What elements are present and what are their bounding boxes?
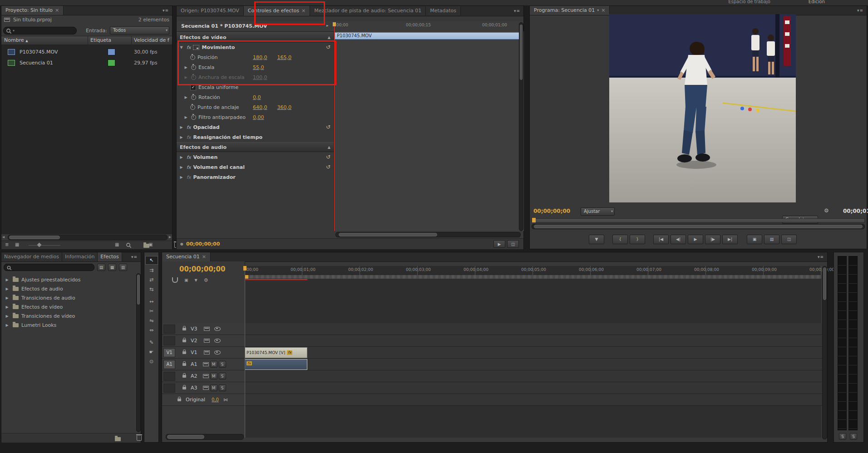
- label-color-swatch[interactable]: [108, 49, 115, 55]
- track-display-style-icon[interactable]: [204, 350, 210, 355]
- stopwatch-icon[interactable]: [191, 115, 196, 120]
- accelerated-effects-filter-icon[interactable]: ▤: [97, 264, 105, 271]
- timeline-playhead-marker[interactable]: [243, 266, 247, 271]
- lock-icon[interactable]: [182, 340, 186, 342]
- source-patch-empty[interactable]: [163, 336, 175, 345]
- tree-item-video-effects[interactable]: ▶ Efectos de vídeo: [1, 302, 135, 311]
- source-patch-a1[interactable]: A1: [163, 360, 175, 369]
- twirl-open-icon[interactable]: ▼: [178, 45, 184, 49]
- property-row-posicion[interactable]: Posición 180,0 165,0: [177, 52, 334, 62]
- scroll-left-arrow[interactable]: ◂: [2, 234, 5, 239]
- mark-out-button[interactable]: }: [630, 235, 645, 244]
- tab-program[interactable]: Programa: Secuencia 01 ▾ ×: [530, 6, 610, 15]
- panel-menu-icon[interactable]: ▾≡: [854, 8, 867, 13]
- twirl-closed-icon[interactable]: ▶: [4, 296, 10, 300]
- track-display-style-icon[interactable]: [203, 362, 209, 366]
- twirl-closed-icon[interactable]: ▶: [178, 175, 184, 179]
- toggle-track-output-icon[interactable]: [214, 339, 221, 343]
- anchor-y-value[interactable]: 360,0: [277, 104, 292, 110]
- zoom-tool[interactable]: ⊙: [146, 358, 158, 365]
- tab-media-browser[interactable]: Navegador de medios: [1, 252, 62, 261]
- ec-playhead[interactable]: [334, 22, 335, 231]
- panel-menu-icon[interactable]: ▾≡: [159, 8, 172, 13]
- list-view-icon[interactable]: ≣: [5, 242, 9, 247]
- edit-workarea-icon[interactable]: ▣: [184, 278, 188, 282]
- solo-button[interactable]: S: [219, 373, 226, 379]
- property-row-filtro[interactable]: ▶ Filtro antiparpadeo 0,00: [177, 112, 334, 122]
- tab-metadata[interactable]: Metadatos: [426, 6, 461, 15]
- timeline-ruler[interactable]: 00;00 00;00;01;00 00;00;02;00 00;00;03;0…: [245, 266, 821, 276]
- scroll-right-arrow[interactable]: ▸: [169, 234, 171, 239]
- twirl-closed-icon[interactable]: ▶: [4, 287, 10, 291]
- track-display-style-icon[interactable]: [204, 327, 210, 331]
- play-button[interactable]: ▶: [688, 235, 703, 244]
- new-custom-bin-icon[interactable]: [115, 437, 121, 441]
- twirl-closed-icon[interactable]: ▶: [183, 115, 189, 119]
- program-timecode[interactable]: 00;00;00;00: [533, 208, 570, 214]
- solo-right-button[interactable]: S: [850, 433, 857, 440]
- tree-item-audio-transitions[interactable]: ▶ Transiciones de audio: [1, 293, 135, 302]
- project-search-input[interactable]: ▾: [3, 27, 77, 34]
- twirl-closed-icon[interactable]: ▶: [183, 95, 189, 99]
- effect-row-panoramizador[interactable]: ▶ fx Panoramizador: [177, 172, 334, 182]
- uniform-scale-checkbox[interactable]: ✓: [190, 84, 196, 90]
- find-icon[interactable]: [126, 243, 130, 247]
- tree-item-video-transitions[interactable]: ▶ Transiciones de vídeo: [1, 311, 135, 320]
- ec-hscrollbar[interactable]: [335, 232, 521, 237]
- tree-item-presets[interactable]: ▶ Ajustes preestablecidos: [1, 275, 135, 284]
- tab-sequence[interactable]: Secuencia 01 ×: [162, 252, 211, 261]
- position-y-value[interactable]: 165,0: [277, 54, 292, 60]
- fit-dropdown[interactable]: Ajustar: [581, 207, 615, 216]
- track-lane-v2[interactable]: [245, 335, 823, 347]
- anchor-x-value[interactable]: 640,0: [253, 104, 267, 110]
- work-area-handle[interactable]: [245, 275, 248, 279]
- effect-row-opacidad[interactable]: ▶ fx Opacidad ↺: [177, 122, 334, 132]
- step-forward-button[interactable]: |▶: [705, 235, 720, 244]
- stopwatch-icon[interactable]: [190, 105, 195, 110]
- close-icon[interactable]: ×: [601, 6, 605, 15]
- panel-menu-icon[interactable]: ▾≡: [128, 255, 141, 259]
- ec-playhead-marker[interactable]: [333, 22, 336, 26]
- effects-search-input[interactable]: [4, 264, 94, 271]
- snap-icon[interactable]: [172, 277, 178, 283]
- tab-project[interactable]: Proyecto: Sin título ×: [1, 6, 64, 15]
- new-item-icon[interactable]: ▣: [148, 242, 153, 247]
- position-x-value[interactable]: 180,0: [253, 54, 267, 60]
- track-lane-v3[interactable]: [245, 323, 823, 335]
- reset-icon[interactable]: ↺: [326, 44, 330, 50]
- track-lane-a3[interactable]: [245, 382, 823, 394]
- hand-tool[interactable]: ☛: [146, 348, 158, 356]
- slip-tool[interactable]: ⇋: [146, 317, 158, 325]
- solo-button[interactable]: S: [219, 384, 226, 391]
- add-marker-button[interactable]: ▼: [589, 235, 604, 244]
- original-track-value[interactable]: 0,0: [212, 397, 219, 402]
- column-etiqueta[interactable]: Etiqueta: [90, 37, 111, 43]
- track-lane-a2[interactable]: [245, 370, 823, 382]
- solo-left-button[interactable]: S: [839, 433, 846, 440]
- settings-wrench-icon[interactable]: ⚙: [824, 207, 829, 214]
- original-link-icon[interactable]: ⋈: [223, 397, 228, 402]
- icon-view-icon[interactable]: ▦: [15, 242, 19, 247]
- effects-vscrollbar[interactable]: [136, 273, 141, 432]
- stopwatch-icon[interactable]: [191, 65, 196, 70]
- lift-button[interactable]: ▣: [747, 235, 762, 244]
- stopwatch-icon[interactable]: [191, 95, 196, 100]
- video-clip-v1[interactable]: P1030745.MOV [V] fx: [245, 347, 307, 358]
- timeline-timecode[interactable]: 00;00;00;00: [179, 265, 226, 273]
- twirl-closed-icon[interactable]: ▶: [4, 305, 10, 309]
- entry-dropdown[interactable]: Todos: [110, 26, 169, 34]
- slide-tool[interactable]: ⇔: [146, 326, 158, 334]
- effect-row-volumen-canal[interactable]: ▶ fx Volumen del canal ↺: [177, 162, 334, 172]
- property-row-punto-anclaje[interactable]: Punto de anclaje 640,0 360,0: [177, 102, 334, 112]
- panel-menu-icon[interactable]: ▾≡: [814, 255, 827, 259]
- tree-item-lumetri-looks[interactable]: ▶ Lumetri Looks: [1, 320, 135, 330]
- table-row[interactable]: Secuencia 01 29,97 fps: [1, 57, 172, 68]
- mark-in-button[interactable]: {: [612, 235, 628, 244]
- step-back-button[interactable]: ◀|: [671, 235, 686, 244]
- stopwatch-icon[interactable]: [190, 55, 195, 60]
- collapse-icon[interactable]: ▲: [328, 35, 330, 39]
- rate-stretch-tool[interactable]: ↔: [146, 298, 158, 305]
- track-lane-a1[interactable]: [245, 359, 823, 370]
- export-frame-icon[interactable]: ◫: [507, 240, 519, 248]
- toggle-track-output-icon[interactable]: [214, 327, 221, 331]
